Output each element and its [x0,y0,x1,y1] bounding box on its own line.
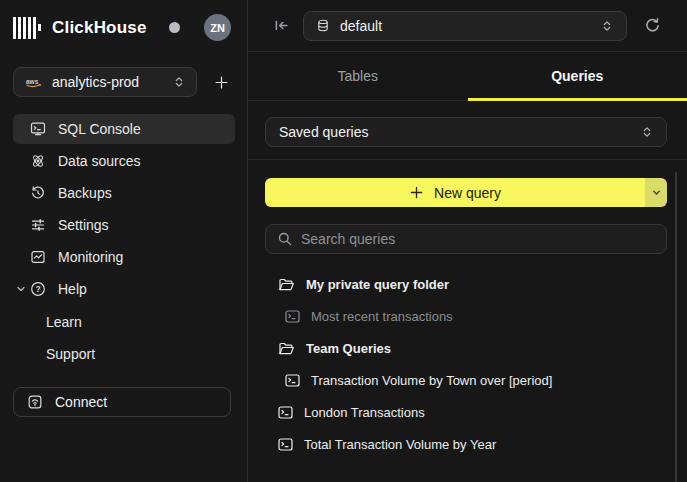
query-row[interactable]: Transaction Volume by Town over [period] [265,364,667,396]
help-icon: ? [30,281,46,297]
query-terminal-icon [285,310,300,323]
tab-queries[interactable]: Queries [468,52,687,100]
tree-item-label: Transaction Volume by Town over [period] [311,373,552,388]
chevron-up-down-icon [600,19,614,33]
sidebar-item-help[interactable]: ? Help [13,274,235,304]
settings-sliders-icon [30,217,46,233]
chevron-down-icon [650,186,663,199]
chevron-down-icon[interactable] [15,283,27,295]
saved-queries-select[interactable]: Saved queries [265,117,667,147]
tab-tables[interactable]: Tables [248,52,468,100]
service-name: analytics-prod [52,74,139,90]
plus-icon [409,185,424,200]
svg-text:?: ? [35,284,40,294]
refresh-icon[interactable] [644,17,661,34]
collapse-sidebar-icon[interactable] [273,17,290,34]
svg-text:aws: aws [26,77,39,84]
sidebar-item-label: Monitoring [58,249,123,265]
folder-open-icon [278,277,295,292]
scrollbar[interactable] [675,172,677,482]
sidebar-item-support[interactable]: Support [13,338,235,370]
tree-item-label: London Transactions [304,405,425,420]
add-service-button[interactable] [214,75,229,90]
active-tab-underline [468,98,687,101]
search-input[interactable] [301,231,656,247]
sidebar-item-label: Backups [58,185,112,201]
avatar[interactable]: ZN [204,14,231,41]
tab-bar: Tables Queries [248,52,687,101]
sidebar-item-label: Data sources [58,153,140,169]
query-terminal-icon [285,374,300,387]
section-divider [248,159,687,160]
connect-button[interactable]: Connect [13,387,231,417]
new-query-label: New query [434,185,501,201]
sidebar-item-settings[interactable]: Settings [13,210,235,240]
clickhouse-logo-icon [13,17,41,39]
sidebar-item-label: Support [46,346,95,362]
sidebar-item-label: Learn [46,314,82,330]
sidebar-item-sql-console[interactable]: SQL Console [13,114,235,144]
panel-topbar: default [248,0,687,52]
query-row[interactable]: London Transactions [265,396,667,428]
brand-title: ClickHouse [52,18,147,38]
service-selector[interactable]: aws analytics-prod [13,67,197,97]
app-window: ClickHouse ZN aws analytics-prod [0,0,687,482]
search-icon [277,231,293,247]
tree-item-label: Total Transaction Volume by Year [304,437,496,452]
status-dot [169,22,180,33]
query-row[interactable]: Total Transaction Volume by Year [265,428,667,460]
folder-open-icon [278,341,295,356]
aws-icon: aws [25,77,43,88]
sidebar: ClickHouse ZN aws analytics-prod [0,0,248,482]
saved-queries-label: Saved queries [279,124,369,140]
tree-item-label: My private query folder [306,277,449,292]
new-query-button[interactable]: New query [265,178,645,207]
chevron-up-down-icon [640,125,654,139]
sidebar-item-data-sources[interactable]: Data sources [13,146,235,176]
monitoring-chart-icon [30,249,46,265]
sidebar-item-label: Settings [58,217,109,233]
sidebar-item-monitoring[interactable]: Monitoring [13,242,235,272]
database-icon [316,18,330,33]
connect-label: Connect [55,394,107,410]
sidebar-item-label: SQL Console [58,121,141,137]
database-name: default [340,18,382,34]
right-panel: default Tables Queries Saved [248,0,687,482]
sidebar-nav: SQL Console Data sources [13,114,231,370]
service-row: aws analytics-prod [13,67,231,97]
tree-item-label: Most recent transactions [311,309,453,324]
sidebar-header: ClickHouse ZN [13,14,231,41]
sidebar-item-backups[interactable]: Backups [13,178,235,208]
data-sources-icon [30,153,46,169]
sql-console-icon [30,121,46,137]
query-row[interactable]: Most recent transactions [265,300,667,332]
backups-history-icon [30,185,46,201]
query-terminal-icon [278,438,293,451]
new-query-split-button: New query [265,178,667,207]
connect-icon [27,394,43,410]
query-tree: My private query folder Most recent tran… [265,268,667,460]
sidebar-item-label: Help [58,281,87,297]
queries-panel: Saved queries New query [248,101,687,482]
query-terminal-icon [278,406,293,419]
sidebar-item-learn[interactable]: Learn [13,306,235,338]
chevron-up-down-icon [172,75,186,89]
new-query-dropdown-button[interactable] [645,178,667,207]
tree-item-label: Team Queries [306,341,391,356]
query-folder-row[interactable]: My private query folder [265,268,667,300]
database-selector[interactable]: default [303,11,627,41]
search-box [265,224,667,254]
query-folder-row[interactable]: Team Queries [265,332,667,364]
